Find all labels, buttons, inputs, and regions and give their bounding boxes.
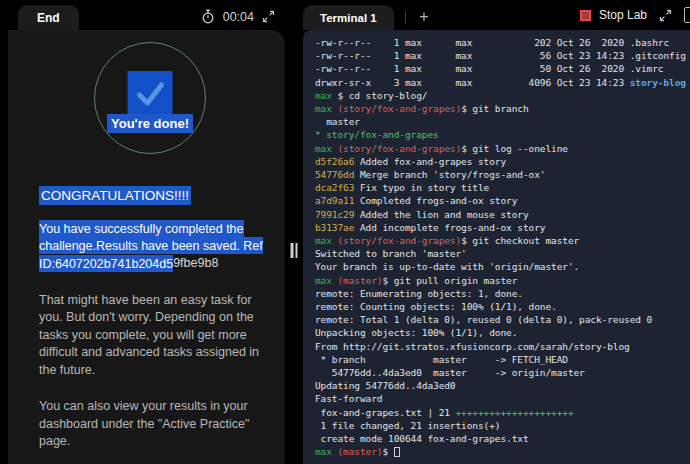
result-highlighted-text: You have successfully completed the chal…: [39, 220, 263, 272]
drag-handle-icon[interactable]: [291, 243, 298, 258]
window-popout-icon[interactable]: [684, 7, 690, 23]
result-message: You have successfully completed the chal…: [39, 220, 271, 273]
terminal-line: max (master)$: [315, 445, 689, 458]
timer-value: 00:04: [223, 10, 254, 24]
terminal-line: d5f26a6 Added fox-and-grapes story: [315, 155, 689, 168]
ref-id-tail: 9fbe9b8: [173, 256, 218, 270]
tab-separator: [405, 11, 407, 24]
app-window: End 00:04: [0, 0, 690, 464]
terminal-line: -rw-r--r-- 1 max max 56 Oct 23 14:23 .gi…: [315, 49, 689, 62]
terminal-line: max (story/fox-and-grapes)$ git log --on…: [315, 142, 689, 155]
terminal-cursor: [394, 447, 400, 458]
terminal-header: Terminal 1 + Stop Lab: [303, 0, 690, 30]
terminal-line: Updating 54776dd..4da3ed0: [315, 379, 689, 392]
challenge-panel-body: You're done! CONGRATULATIONS!!!! You hav…: [8, 30, 285, 464]
terminal-line: Switched to branch 'master': [315, 247, 689, 260]
terminal-line: dca2f63 Fix typo in story title: [315, 181, 689, 194]
terminal-output[interactable]: -rw-r--r-- 1 max max 202 Oct 26 2020 .ba…: [303, 30, 690, 464]
info-paragraph-1: That might have been an easy task for yo…: [39, 292, 273, 380]
terminal-line: max (master)$ git pull origin master: [315, 274, 689, 287]
stopwatch-icon: [201, 9, 215, 24]
stop-lab-label[interactable]: Stop Lab: [599, 8, 647, 22]
terminal-line: drwxr-sr-x 3 max max 4096 Oct 23 14:23 s…: [315, 76, 689, 89]
terminal-line: -rw-r--r-- 1 max max 202 Oct 26 2020 .ba…: [315, 36, 689, 49]
terminal-line: max (story/fox-and-grapes)$ git checkout…: [315, 234, 689, 247]
done-circle: You're done!: [94, 42, 206, 154]
terminal-line: fox-and-grapes.txt | 21 ++++++++++++++++…: [315, 406, 689, 419]
terminal-line: Fast-forward: [315, 392, 689, 405]
terminal-line: Unpacking objects: 100% (1/1), done.: [315, 326, 689, 339]
terminal-line: remote: Counting objects: 100% (1/1), do…: [315, 300, 689, 313]
stop-lab-icon[interactable]: [580, 10, 591, 21]
fullscreen-expand-icon[interactable]: [262, 10, 275, 23]
new-terminal-button[interactable]: +: [419, 9, 428, 25]
done-figure: You're done!: [94, 42, 206, 154]
panel-resize-gutter[interactable]: [285, 0, 303, 464]
terminal-line: max $ cd story-blog/: [315, 89, 689, 102]
challenge-panel-header: End 00:04: [0, 0, 285, 30]
congratulations-heading: CONGRATULATIONS!!!!: [39, 186, 191, 205]
terminal-line: create mode 100644 fox-and-grapes.txt: [315, 432, 689, 445]
terminal-line: * branch master -> FETCH_HEAD: [315, 353, 689, 366]
terminal-line: Your branch is up-to-date with 'origin/m…: [315, 260, 689, 273]
fullscreen-expand-icon[interactable]: [659, 9, 672, 22]
info-paragraph-2: You can also view your results in your d…: [39, 398, 273, 451]
checkmark-icon: [128, 71, 173, 116]
terminal-line: 54776dd Merge branch 'story/frogs-and-ox…: [315, 168, 689, 181]
terminal-line: remote: Enumerating objects: 1, done.: [315, 287, 689, 300]
terminal-line: 1 file changed, 21 insertions(+): [315, 419, 689, 432]
terminal-line: 7991c29 Added the lion and mouse story: [315, 208, 689, 221]
terminal-line: 54776dd..4da3ed0 master -> origin/master: [315, 366, 689, 379]
terminal-line: remote: Total 1 (delta 0), reused 0 (del…: [315, 313, 689, 326]
tab-terminal-1[interactable]: Terminal 1: [303, 5, 394, 30]
terminal-line: max (story/fox-and-grapes)$ git branch: [315, 102, 689, 115]
terminal-line: -rw-r--r-- 1 max max 50 Oct 26 2020 .vim…: [315, 62, 689, 75]
timer-area: 00:04: [201, 9, 285, 24]
terminal-line: From http://git.stratos.xfusioncorp.com/…: [315, 340, 689, 353]
terminal-panel: Terminal 1 + Stop Lab -rw-r--r-- 1 max m…: [303, 0, 690, 464]
terminal-line: b3137ae Add incomplete frogs-and-ox stor…: [315, 221, 689, 234]
terminal-actions: Stop Lab: [580, 7, 690, 23]
challenge-panel: End 00:04: [0, 0, 285, 464]
terminal-line: master: [315, 115, 689, 128]
terminal-line: a7d9a11 Completed frogs-and-ox story: [315, 194, 689, 207]
tab-end[interactable]: End: [18, 5, 79, 30]
terminal-line: * story/fox-and-grapes: [315, 128, 689, 141]
done-caption: You're done!: [107, 114, 193, 133]
